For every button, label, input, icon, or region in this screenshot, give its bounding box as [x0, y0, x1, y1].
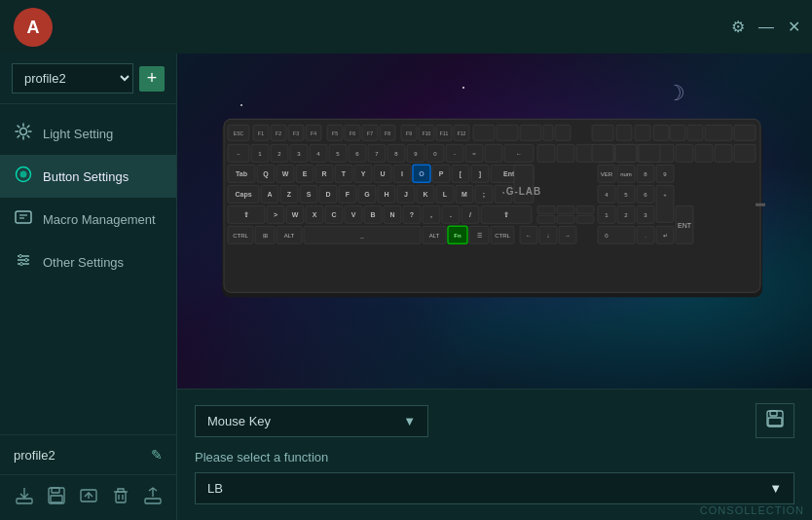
svg-text:F11: F11 [440, 130, 449, 136]
svg-text:F1: F1 [258, 130, 264, 136]
function-value: LB [207, 481, 223, 496]
svg-text:☰: ☰ [477, 233, 482, 239]
mouse-key-chevron: ▼ [403, 414, 416, 428]
save-icon [766, 410, 784, 427]
svg-rect-157 [514, 165, 534, 203]
svg-text:E: E [303, 170, 308, 177]
delete-button[interactable] [108, 485, 133, 510]
svg-text:~: ~ [237, 151, 240, 157]
svg-text:?: ? [410, 211, 414, 218]
sidebar-item-macro-management[interactable]: Macro Management [0, 198, 176, 241]
svg-rect-26 [51, 496, 62, 502]
import-button[interactable] [12, 485, 37, 510]
svg-text:F10: F10 [423, 130, 431, 136]
sidebar-item-light-setting[interactable]: Light Setting [0, 112, 176, 155]
svg-text:↓: ↓ [547, 233, 550, 239]
svg-rect-53 [555, 125, 571, 140]
svg-text:R: R [321, 170, 326, 177]
svg-text:F3: F3 [293, 130, 299, 136]
svg-text:ESC: ESC [234, 130, 244, 136]
svg-text:⇧: ⇧ [503, 211, 509, 218]
svg-point-21 [20, 263, 23, 266]
bottom-profile-name: profile2 [14, 448, 55, 463]
sidebar-item-other-settings[interactable]: Other Settings [0, 241, 176, 283]
profile-dropdown[interactable]: profile2 [12, 63, 133, 93]
svg-text:F7: F7 [367, 130, 373, 136]
svg-rect-60 [705, 125, 732, 140]
logo-area: A [12, 6, 55, 49]
macro-management-icon [14, 208, 33, 230]
svg-text:V: V [351, 211, 356, 218]
svg-rect-233 [656, 185, 674, 222]
other-settings-icon [14, 251, 33, 273]
keyboard-area: ☽ [177, 54, 812, 389]
svg-rect-256 [592, 144, 613, 162]
svg-rect-51 [520, 125, 541, 140]
svg-text:X: X [313, 211, 317, 218]
svg-text:M: M [461, 191, 467, 198]
svg-rect-222 [576, 205, 594, 213]
close-button[interactable]: ✕ [788, 19, 800, 35]
svg-rect-237 [598, 226, 635, 243]
svg-text:A: A [267, 191, 272, 198]
svg-text:_: _ [359, 233, 364, 239]
svg-line-10 [18, 135, 19, 137]
save-button[interactable] [44, 485, 69, 510]
light-setting-label: Light Setting [43, 127, 113, 141]
svg-text:Tab: Tab [236, 170, 247, 177]
add-profile-button[interactable]: + [139, 66, 165, 92]
svg-text:G-LAB: G-LAB [506, 186, 542, 197]
load-button[interactable] [76, 485, 101, 510]
light-setting-icon [14, 123, 33, 144]
main-content: profile2 + [0, 54, 812, 520]
svg-text:,: , [430, 211, 432, 219]
svg-text:D: D [325, 191, 330, 198]
svg-text:ALT: ALT [284, 233, 295, 239]
svg-line-7 [18, 126, 19, 128]
svg-text:U: U [380, 170, 385, 177]
settings-button[interactable]: ⚙ [731, 19, 745, 35]
svg-rect-221 [557, 205, 574, 213]
svg-text:>: > [274, 211, 277, 218]
svg-text:⊞: ⊞ [263, 233, 268, 239]
edit-profile-button[interactable]: ✎ [151, 447, 163, 463]
svg-point-2 [20, 129, 27, 135]
svg-text:F2: F2 [276, 130, 281, 136]
svg-text:⇧: ⇧ [243, 211, 249, 218]
svg-text:Caps: Caps [235, 191, 251, 199]
svg-text:K: K [423, 191, 427, 198]
svg-text:→: → [565, 233, 571, 239]
svg-text:H: H [384, 191, 388, 198]
svg-text:Z: Z [287, 191, 292, 198]
svg-rect-224 [557, 215, 574, 223]
function-dropdown[interactable]: LB ▼ [195, 472, 794, 504]
svg-text:F9: F9 [406, 130, 412, 136]
svg-text:W: W [282, 170, 289, 177]
sidebar: profile2 + [0, 54, 177, 520]
dropdown-row: Mouse Key ▼ [195, 403, 794, 438]
keyboard-wrapper: ESC F1 F2 F3 F4 F5 F6 F7 F8 F9 F10 F11 F… [222, 117, 767, 306]
svg-text:N: N [389, 211, 394, 218]
svg-point-12 [20, 171, 27, 178]
save-config-button[interactable] [756, 403, 794, 438]
svg-text:Fn: Fn [454, 233, 461, 239]
svg-rect-263 [768, 418, 782, 426]
bottom-panel: Mouse Key ▼ Please select a function LB … [177, 389, 812, 520]
minimize-button[interactable]: — [758, 19, 774, 35]
function-chevron: ▼ [769, 481, 782, 496]
svg-text:C: C [331, 211, 336, 218]
mouse-key-dropdown[interactable]: Mouse Key ▼ [195, 405, 428, 437]
svg-rect-262 [770, 411, 777, 416]
title-controls: ⚙ — ✕ [731, 19, 800, 35]
mouse-key-label: Mouse Key [207, 414, 271, 428]
svg-text:←: ← [526, 233, 532, 239]
sidebar-item-button-settings[interactable]: Button Settings [0, 155, 176, 198]
svg-text:I: I [401, 170, 403, 177]
svg-rect-55 [616, 125, 632, 140]
svg-rect-54 [592, 125, 613, 140]
svg-text:B: B [370, 211, 375, 218]
svg-text:]: ] [479, 170, 481, 178]
export-button[interactable] [140, 485, 166, 510]
svg-text:VER: VER [601, 171, 613, 177]
svg-text:CTRL: CTRL [495, 233, 510, 239]
